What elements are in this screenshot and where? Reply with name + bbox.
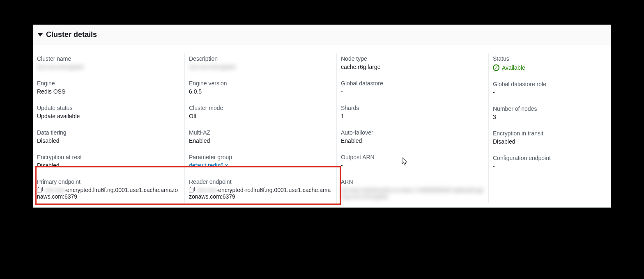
outpost-arn-label: Outpost ARN [341, 154, 484, 160]
reader-endpoint-label: Reader endpoint [189, 178, 332, 185]
shards-value: 1 [341, 113, 484, 119]
encryption-at-rest-value: Disabled [37, 162, 180, 169]
configuration-endpoint-cell: Configuration endpoint - [493, 152, 607, 177]
cluster-mode-value: Off [189, 113, 332, 119]
arn-value: arn:aws:elasticache:us-east-1:0000000000… [341, 187, 484, 200]
data-tiering-value: Disabled [37, 137, 180, 144]
node-type-value: cache.r6g.large [341, 64, 484, 70]
arn-cell: ARN arn:aws:elasticache:us-east-1:000000… [341, 176, 484, 203]
parameter-group-value[interactable]: default.redis6.x [189, 162, 332, 169]
engine-version-label: Engine version [189, 80, 332, 87]
encryption-at-rest-cell: Encryption at rest Disabled [37, 151, 180, 176]
description-label: Description [189, 55, 332, 62]
encryption-at-rest-label: Encryption at rest [37, 154, 180, 160]
encryption-in-transit-label: Encryption in transit [493, 130, 607, 137]
engine-version-value: 6.0.5 [189, 88, 332, 95]
auto-failover-cell: Auto-failover Enabled [341, 127, 484, 151]
status-label: Status [493, 55, 607, 62]
reader-endpoint-prefix: xxx-xxx [197, 187, 216, 193]
configuration-endpoint-value: - [493, 163, 607, 169]
encryption-in-transit-value: Disabled [493, 138, 607, 145]
copy-icon[interactable] [37, 187, 43, 192]
column-4: Status ✓ Available Global datastore role… [489, 53, 611, 203]
data-tiering-cell: Data tiering Disabled [37, 127, 180, 151]
number-of-nodes-label: Number of nodes [493, 105, 607, 112]
shards-label: Shards [341, 105, 484, 111]
section-title: Cluster details [46, 30, 97, 39]
auto-failover-label: Auto-failover [341, 129, 484, 136]
description-value: xxx-xxx-encrypted [189, 64, 332, 70]
cluster-name-value: xxx-xxx-encrypted [37, 64, 180, 70]
status-value: ✓ Available [493, 64, 525, 71]
configuration-endpoint-label: Configuration endpoint [493, 155, 607, 161]
primary-endpoint-label: Primary endpoint [37, 178, 180, 185]
update-status-label: Update status [37, 105, 180, 111]
global-datastore-role-cell: Global datastore role - [493, 78, 607, 103]
column-3: Node type cache.r6g.large Global datasto… [337, 53, 489, 203]
global-datastore-role-label: Global datastore role [493, 81, 607, 87]
global-datastore-role-value: - [493, 89, 607, 96]
copy-icon[interactable] [189, 187, 195, 192]
cluster-name-cell: Cluster name xxx-xxx-encrypted [37, 53, 180, 78]
engine-value: Redis OSS [37, 88, 180, 95]
reader-endpoint-cell: Reader endpoint xxx-xxx-encrypted-ro.llr… [189, 176, 332, 203]
primary-endpoint-value: xxx-xxx-encrypted.llru6f.ng.0001.use1.ca… [37, 187, 180, 200]
global-datastore-label: Global datastore [341, 80, 484, 87]
multi-az-value: Enabled [189, 137, 332, 144]
parameter-group-label: Parameter group [189, 154, 332, 160]
arn-label: ARN [341, 178, 484, 185]
primary-endpoint-prefix: xxx-xxx [45, 187, 64, 193]
column-2: Description xxx-xxx-encrypted Engine ver… [185, 53, 337, 203]
global-datastore-value: - [341, 88, 484, 95]
cluster-details-panel: Cluster details Cluster name xxx-xxx-enc… [33, 25, 611, 208]
data-tiering-label: Data tiering [37, 129, 180, 136]
status-cell: Status ✓ Available [493, 53, 607, 78]
multi-az-cell: Multi-AZ Enabled [189, 127, 332, 151]
global-datastore-cell: Global datastore - [341, 78, 484, 102]
encryption-in-transit-cell: Encryption in transit Disabled [493, 128, 607, 152]
parameter-group-cell: Parameter group default.redis6.x [189, 151, 332, 176]
multi-az-label: Multi-AZ [189, 129, 332, 136]
details-grid: Cluster name xxx-xxx-encrypted Engine Re… [33, 45, 611, 207]
column-1: Cluster name xxx-xxx-encrypted Engine Re… [33, 53, 185, 203]
description-cell: Description xxx-xxx-encrypted [189, 53, 332, 78]
outpost-arn-value: - [341, 162, 484, 169]
cluster-name-label: Cluster name [37, 55, 180, 62]
number-of-nodes-cell: Number of nodes 3 [493, 103, 607, 128]
primary-endpoint-cell: Primary endpoint xxx-xxx-encrypted.llru6… [37, 176, 180, 203]
node-type-cell: Node type cache.r6g.large [341, 53, 484, 78]
status-text: Available [502, 64, 525, 71]
caret-down-icon [38, 33, 43, 37]
reader-endpoint-value: xxx-xxx-encrypted-ro.llru6f.ng.0001.use1… [189, 187, 332, 200]
update-status-cell: Update status Update available [37, 102, 180, 127]
check-circle-icon: ✓ [493, 64, 499, 71]
update-status-value: Update available [37, 113, 180, 119]
engine-label: Engine [37, 80, 180, 87]
outpost-arn-cell: Outpost ARN - [341, 151, 484, 176]
number-of-nodes-value: 3 [493, 114, 607, 120]
cluster-mode-cell: Cluster mode Off [189, 102, 332, 127]
engine-cell: Engine Redis OSS [37, 78, 180, 102]
cluster-mode-label: Cluster mode [189, 105, 332, 111]
panel-header[interactable]: Cluster details [33, 25, 611, 45]
engine-version-cell: Engine version 6.0.5 [189, 78, 332, 102]
shards-cell: Shards 1 [341, 102, 484, 127]
node-type-label: Node type [341, 55, 484, 62]
auto-failover-value: Enabled [341, 137, 484, 144]
